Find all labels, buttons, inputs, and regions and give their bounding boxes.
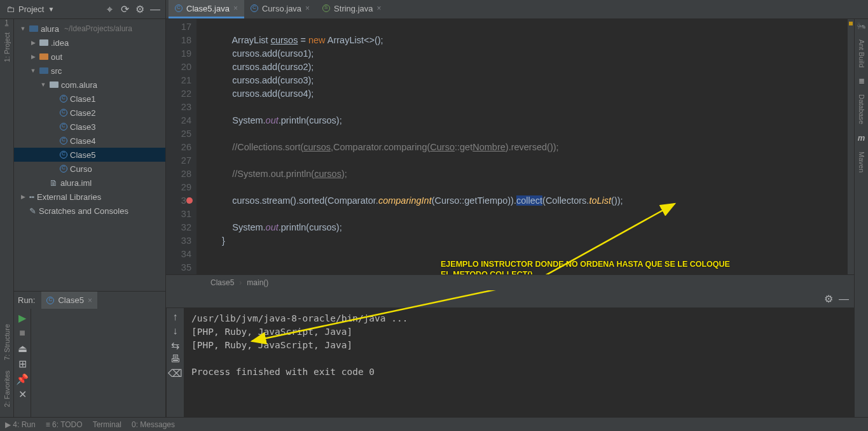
exit-icon[interactable]: ⏏ [17, 343, 27, 353]
line-number[interactable]: 20 [166, 60, 191, 74]
code-line[interactable] [212, 154, 854, 167]
hide-icon[interactable]: — [150, 4, 160, 15]
line-number[interactable]: 23 [166, 101, 191, 114]
tab-string-java[interactable]: String.java× [316, 0, 387, 18]
close-icon[interactable]: × [377, 4, 382, 13]
project-tool-number[interactable]: 1 [5, 19, 9, 26]
line-number[interactable]: 33 [166, 234, 191, 248]
code-line[interactable] [212, 261, 854, 274]
ant-build-icon[interactable]: 🐜 [857, 22, 866, 31]
structure-tool-label[interactable]: 7: Structure [3, 320, 11, 364]
warning-mark[interactable] [849, 22, 853, 25]
expand-arrow[interactable]: ▼ [39, 81, 47, 88]
clear-icon[interactable]: ⌫ [170, 368, 181, 378]
code-line[interactable]: } [212, 234, 854, 248]
code-line[interactable]: cursos.add(curso2); [212, 60, 854, 74]
code-line[interactable]: cursos.add(curso4); [212, 87, 854, 101]
expand-arrow[interactable]: ▶ [19, 194, 27, 200]
line-number[interactable]: 17 [166, 20, 191, 34]
bottom-run[interactable]: ▶ 4: Run [5, 420, 36, 429]
code-line[interactable] [212, 127, 854, 141]
step-up-icon[interactable]: ↑ [170, 312, 181, 322]
run-hide-icon[interactable]: — [839, 294, 849, 304]
code-area[interactable]: ArrayList cursos = new ArrayList<>(); cu… [196, 19, 854, 274]
line-number[interactable]: 24 [166, 114, 191, 127]
code-line[interactable] [212, 181, 854, 194]
line-number[interactable]: 35 [166, 261, 191, 274]
code-line[interactable]: System.out.println(cursos); [212, 221, 854, 234]
line-number[interactable]: 31 [166, 208, 191, 221]
tree-item-clase1[interactable]: Clase1 [14, 92, 165, 106]
editor[interactable]: 17181920212223242526272829303132333435 A… [166, 19, 854, 274]
run-output[interactable]: /usr/lib/jvm/java-8-oracle/bin/java ... … [184, 308, 854, 417]
expand-arrow[interactable]: ▶ [29, 39, 37, 46]
tree-item-out[interactable]: ▶out [14, 50, 165, 64]
line-number[interactable]: 18 [166, 34, 191, 47]
breakpoint-icon[interactable] [186, 197, 193, 204]
line-number[interactable]: 19 [166, 47, 191, 60]
code-line[interactable]: ArrayList cursos = new ArrayList<>(); [212, 34, 854, 47]
tree-item-clase4[interactable]: Clase4 [14, 134, 165, 148]
tree-item-clase5[interactable]: Clase5 [14, 148, 165, 162]
tab-curso-java[interactable]: Curso.java× [244, 0, 316, 18]
code-line[interactable] [212, 248, 854, 261]
tab-clase5-java[interactable]: Clase5.java× [169, 0, 244, 18]
close-panel-icon[interactable]: ✕ [17, 389, 27, 399]
code-line[interactable]: cursos.add(curso1); [212, 47, 854, 60]
line-number[interactable]: 27 [166, 154, 191, 167]
settings-icon[interactable]: ⚙ [135, 4, 145, 15]
code-line[interactable] [212, 208, 854, 221]
breadcrumb-method[interactable]: main() [247, 278, 268, 287]
tree-item-alura-iml[interactable]: 🗎alura.iml [14, 176, 165, 190]
favorites-tool-label[interactable]: 2: Favorites [3, 367, 11, 411]
breadcrumbs[interactable]: Clase5 › main() [166, 274, 854, 290]
tree-item-src[interactable]: ▼src [14, 64, 165, 78]
locate-icon[interactable]: ⌖ [104, 4, 114, 15]
expand-arrow[interactable]: ▼ [19, 25, 27, 32]
maven-icon[interactable]: m [858, 133, 865, 143]
line-number[interactable]: 34 [166, 248, 191, 261]
layout-icon[interactable]: ⊞ [17, 358, 27, 369]
project-tool-label[interactable]: 1: Project [3, 29, 11, 66]
line-number[interactable]: 32 [166, 221, 191, 234]
breadcrumb-class[interactable]: Clase5 [210, 278, 234, 287]
tree-item-clase3[interactable]: Clase3 [14, 120, 165, 134]
maven-label[interactable]: Maven [858, 148, 865, 176]
tree-item-com-alura[interactable]: ▼com.alura [14, 78, 165, 92]
tree-item-curso[interactable]: Curso [14, 162, 165, 176]
tree-item-alura[interactable]: ▼alura~/IdeaProjects/alura [14, 22, 165, 36]
tree-item-external-libraries[interactable]: ▶╍External Libraries [14, 190, 165, 204]
database-label[interactable]: Database [858, 90, 865, 128]
tree-item--idea[interactable]: ▶.idea [14, 36, 165, 50]
rerun-icon[interactable]: ▶ [17, 313, 27, 323]
line-number[interactable]: 25 [166, 127, 191, 141]
database-icon[interactable]: ≣ [858, 76, 865, 85]
expand-arrow[interactable]: ▼ [29, 67, 37, 74]
line-number[interactable]: 29 [166, 181, 191, 194]
tree-item-scratches-and-consoles[interactable]: ✎Scratches and Consoles [14, 204, 165, 218]
code-line[interactable]: cursos.add(curso3); [212, 74, 854, 87]
wrap-icon[interactable]: ⇆ [170, 340, 181, 350]
code-line[interactable]: //System.out.println(cursos); [212, 167, 854, 181]
line-number[interactable]: 22 [166, 87, 191, 101]
pin-icon[interactable]: 📌 [17, 374, 27, 384]
line-number[interactable]: 26 [166, 141, 191, 154]
close-icon[interactable]: × [88, 296, 92, 305]
run-tab[interactable]: Clase5 × [41, 292, 97, 309]
line-number[interactable]: 28 [166, 167, 191, 181]
ant-build-label[interactable]: Ant Build [858, 36, 865, 71]
line-number[interactable]: 21 [166, 74, 191, 87]
refresh-icon[interactable]: ⟳ [120, 4, 130, 15]
stop-icon[interactable]: ■ [17, 328, 27, 338]
code-line[interactable]: cursos.stream().sorted(Comparator.compar… [212, 194, 854, 208]
code-line[interactable]: //Collections.sort(cursos,Comparator.com… [212, 141, 854, 154]
print-icon[interactable]: 🖶 [170, 354, 181, 364]
bottom-todo[interactable]: ≡ 6: TODO [46, 420, 83, 429]
project-dropdown[interactable]: 🗀 Project ▼ [0, 4, 60, 14]
close-icon[interactable]: × [233, 4, 238, 13]
code-line[interactable]: System.out.println(cursos); [212, 114, 854, 127]
bottom-terminal[interactable]: Terminal [93, 420, 121, 429]
run-settings-icon[interactable]: ⚙ [823, 294, 834, 304]
tree-item-clase2[interactable]: Clase2 [14, 106, 165, 120]
close-icon[interactable]: × [305, 4, 310, 13]
